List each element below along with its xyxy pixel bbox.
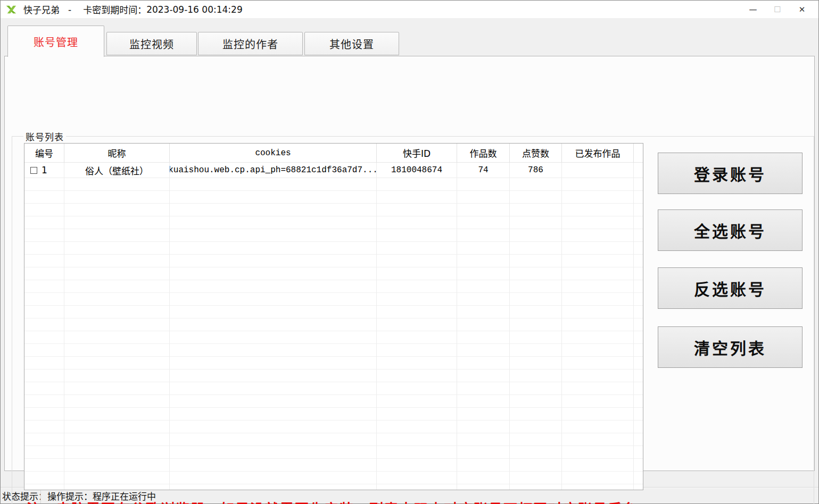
grid-line — [509, 178, 510, 490]
column-header-nickname[interactable]: 昵称 — [64, 144, 170, 163]
grid-line — [561, 178, 562, 490]
grid-line — [633, 178, 634, 490]
groupbox-label: 账号列表 — [23, 130, 66, 143]
row-checkbox[interactable] — [30, 167, 37, 174]
cell-nickname: 俗人（壁纸社） — [64, 163, 170, 178]
cell-filler — [634, 163, 643, 178]
tab-label: 监控的作者 — [222, 36, 278, 52]
column-header-likes-count[interactable]: 点赞数 — [510, 144, 562, 163]
row-index: 1 — [42, 165, 47, 175]
empty-table-area — [24, 178, 643, 490]
window-title: 快子兄弟 - 卡密到期时间： 2023-09-16 00:14:29 — [23, 3, 243, 16]
expiry-value: 2023-09-16 00:14:29 — [146, 4, 243, 15]
grid-line — [457, 178, 457, 490]
invert-selection-button[interactable]: 反选账号 — [658, 267, 803, 309]
cell-published-works — [562, 163, 634, 178]
app-logo-icon — [5, 4, 17, 15]
account-management-page: 账号列表 编号 昵称 cookies 快手ID 作品数 点赞数 已发布作品 1 — [4, 56, 815, 471]
column-header-kuaishou-id[interactable]: 快手ID — [377, 144, 457, 163]
clear-list-button[interactable]: 清空列表 — [658, 326, 803, 368]
app-window: 快子兄弟 - 卡密到期时间： 2023-09-16 00:14:29 — ☐ ✕… — [0, 0, 819, 504]
maximize-icon: ☐ — [774, 5, 781, 14]
login-account-button[interactable]: 登录账号 — [658, 153, 803, 194]
grid-line — [376, 178, 377, 490]
account-table: 编号 昵称 cookies 快手ID 作品数 点赞数 已发布作品 1 俗人（壁纸… — [24, 143, 643, 490]
column-header-filler — [634, 144, 643, 163]
account-list-groupbox: 账号列表 编号 昵称 cookies 快手ID 作品数 点赞数 已发布作品 1 — [12, 136, 814, 504]
cell-likes-count: 786 — [510, 163, 562, 178]
tab-monitored-authors[interactable]: 监控的作者 — [198, 32, 303, 55]
tab-account-management[interactable]: 账号管理 — [7, 26, 104, 57]
chrome-requirement-note: 注：电脑需要有谷歌浏览器，如果没就需要先安装。列表内双击对应账号可打开对应账号后… — [27, 498, 652, 504]
table-header-row: 编号 昵称 cookies 快手ID 作品数 点赞数 已发布作品 — [24, 144, 643, 163]
tab-monitor-videos[interactable]: 监控视频 — [106, 32, 197, 55]
cell-kuaishou-id: 1810048674 — [377, 163, 457, 178]
close-button[interactable]: ✕ — [790, 1, 814, 18]
close-icon: ✕ — [799, 5, 806, 14]
title-separator: - — [68, 4, 71, 15]
tab-label: 监控视频 — [129, 36, 174, 52]
column-header-published-works[interactable]: 已发布作品 — [562, 144, 634, 163]
select-all-accounts-button[interactable]: 全选账号 — [658, 209, 803, 251]
cell-works-count: 74 — [457, 163, 510, 178]
tab-label: 账号管理 — [34, 34, 78, 49]
column-header-cookies[interactable]: cookies — [170, 144, 377, 163]
cell-cookies: kuaishou.web.cp.api_ph=68821c1df36a7d7..… — [170, 163, 377, 178]
column-header-index[interactable]: 编号 — [24, 144, 64, 163]
minimize-icon: — — [749, 5, 757, 14]
grid-line — [169, 178, 170, 490]
minimize-button[interactable]: — — [741, 1, 765, 18]
grid-line — [64, 178, 64, 490]
window-controls: — ☐ ✕ — [741, 1, 814, 18]
expiry-label: 卡密到期时间： — [83, 3, 146, 16]
maximize-button[interactable]: ☐ — [765, 1, 790, 18]
tab-label: 其他设置 — [329, 36, 374, 52]
title-bar: 快子兄弟 - 卡密到期时间： 2023-09-16 00:14:29 — ☐ ✕ — [1, 1, 818, 18]
table-row[interactable]: 1 俗人（壁纸社） kuaishou.web.cp.api_ph=68821c1… — [24, 163, 643, 178]
app-name: 快子兄弟 — [23, 3, 60, 16]
column-header-works-count[interactable]: 作品数 — [457, 144, 510, 163]
cell-index: 1 — [24, 163, 64, 178]
tab-other-settings[interactable]: 其他设置 — [304, 32, 399, 55]
